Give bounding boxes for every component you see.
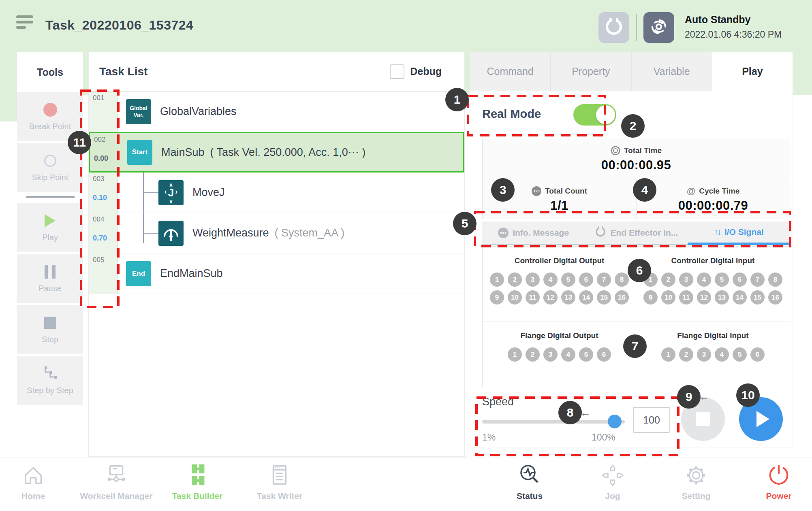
tab-play[interactable]: Play [712, 52, 793, 91]
flange-input-grid: 123456 [640, 347, 786, 362]
io-indicator: 2 [679, 347, 693, 362]
task-row-title: MainSub [161, 146, 205, 159]
tab-property[interactable]: Property [551, 52, 631, 91]
io-indicator: 4 [543, 273, 558, 287]
controller-input-grid: 12345678910111213141516 [640, 273, 786, 304]
nav-power[interactable]: Power [730, 461, 812, 501]
line-number-cell: 003 0.10 [89, 172, 118, 213]
io-indicator: 14 [579, 290, 593, 304]
flange-output-grid: 123456 [487, 347, 633, 362]
io-indicator: 5 [579, 347, 593, 362]
stop-square-icon [696, 412, 710, 426]
jog-icon [600, 461, 625, 488]
page-title: Task_20220106_153724 [45, 18, 193, 33]
annotation-arrow: ← [580, 407, 591, 419]
tab-variable[interactable]: Variable [632, 52, 712, 91]
start-icon: Start [127, 140, 152, 165]
annotation-arrow: ← [699, 391, 709, 403]
subtab-io-signal[interactable]: ↑↓ I/O Signal [688, 221, 790, 245]
speed-slider[interactable] [482, 420, 625, 424]
task-writer-icon [267, 461, 292, 488]
subtab-info-message[interactable]: ••• Info. Message [482, 221, 585, 244]
menu-hamburger-icon[interactable] [16, 15, 35, 32]
info-message-icon: ••• [498, 228, 509, 238]
annotation-badge-6: 6 [628, 259, 651, 282]
speed-min-label: 1% [482, 432, 496, 443]
robot-state-button[interactable] [643, 12, 674, 43]
step-by-step-icon [42, 366, 58, 381]
real-mode-toggle[interactable] [573, 104, 616, 126]
task-row-weightmeasure[interactable]: 004 0.70 WeightMeasure ( System_AA ) [89, 213, 464, 253]
header-background-band-tail [0, 95, 17, 121]
end-effector-status-button[interactable] [598, 12, 629, 43]
flange-output-title: Flange Digital Output [520, 331, 598, 340]
task-row-endmainsub[interactable]: 005 End EndMainSub [89, 253, 464, 294]
speed-value-input[interactable]: 100 [633, 407, 670, 433]
total-time-label-row: Total Time [611, 146, 662, 155]
toggle-knob [596, 105, 615, 124]
debug-checkbox[interactable] [390, 64, 404, 79]
clock-icon [611, 146, 620, 155]
run-stats-box: Total Time 00:00:00.95 123 Total Count 1… [482, 139, 790, 219]
io-signal-icon: ↑↓ [714, 227, 720, 237]
total-time-value: 00:00:00.95 [601, 158, 671, 172]
nav-jog[interactable]: Jog [564, 461, 661, 501]
play-triangle-icon [756, 411, 769, 427]
count-icon: 123 [532, 186, 541, 196]
io-indicator: 9 [490, 290, 504, 304]
pause-tool-button[interactable]: Pause [17, 254, 83, 303]
annotation-badge-8: 8← [558, 401, 582, 424]
task-row-params: ( Task Vel. 250.000, Acc. 1,0⋯ ) [210, 146, 366, 159]
io-indicator: 1 [490, 273, 504, 287]
end-icon: End [126, 261, 151, 286]
io-indicator: 16 [768, 290, 782, 304]
skip-point-icon [44, 153, 56, 168]
io-indicator: 15 [750, 290, 765, 304]
speed-slider-thumb[interactable] [608, 415, 622, 428]
io-indicator: 7 [597, 273, 611, 287]
controller-output-title: Controller Digital Output [515, 256, 605, 265]
task-row-mainsub-selected[interactable]: 002 0.00 Start MainSub ( Task Vel. 250.0… [89, 132, 464, 172]
task-row-title: EndMainSub [160, 267, 223, 280]
annotation-badge-4: 4 [633, 178, 656, 202]
play-tool-button[interactable]: Play [17, 203, 83, 252]
flange-input-title: Flange Digital Input [677, 331, 748, 340]
tree-connector [143, 192, 158, 193]
task-row-movej[interactable]: 003 0.10 ∧ ‹J› ∨ MoveJ [89, 172, 464, 213]
stop-tool-button[interactable]: Stop [17, 305, 83, 354]
nav-task-writer[interactable]: Task Writer [231, 461, 328, 501]
status-icon [517, 461, 543, 488]
task-row-globalvariables[interactable]: 001 GlobalVar. GlobalVariables [89, 92, 464, 132]
workcell-manager-icon [104, 461, 129, 488]
io-indicator: 6 [597, 347, 611, 362]
speed-label: Speed [482, 396, 514, 408]
pause-icon [45, 264, 56, 279]
debug-label: Debug [410, 66, 442, 77]
io-indicator: 9 [643, 290, 658, 304]
io-indicator: 14 [733, 290, 747, 304]
robot-status-label: Auto Standby [685, 14, 751, 26]
tools-panel: Tools Break Point Skip Point Play Pause … [17, 52, 83, 407]
power-icon [766, 461, 791, 488]
home-icon [21, 461, 46, 488]
io-indicator: 3 [543, 347, 558, 362]
subtab-end-effector[interactable]: End Effector In... [585, 221, 687, 244]
task-row-title: GlobalVariables [160, 105, 237, 118]
debug-toggle[interactable]: Debug [390, 64, 442, 79]
io-indicator: 16 [615, 290, 629, 304]
io-indicator: 12 [543, 290, 558, 304]
line-number-cell: 001 [89, 92, 118, 132]
io-indicator: 8 [768, 273, 782, 287]
step-by-step-button[interactable]: Step by Step [17, 356, 83, 405]
total-count-value: 1/1 [550, 198, 568, 213]
end-effector-icon [594, 226, 607, 240]
movej-icon: ∧ ‹J› ∨ [158, 180, 184, 205]
io-indicator: 12 [697, 290, 711, 304]
task-row-title: MoveJ [192, 186, 225, 199]
global-variables-icon: GlobalVar. [126, 99, 151, 124]
io-indicator: 5 [561, 273, 575, 287]
tools-panel-title: Tools [17, 52, 83, 92]
io-indicator: 2 [526, 347, 540, 362]
nav-status[interactable]: Status [481, 461, 578, 501]
tab-command[interactable]: Command [470, 52, 551, 91]
